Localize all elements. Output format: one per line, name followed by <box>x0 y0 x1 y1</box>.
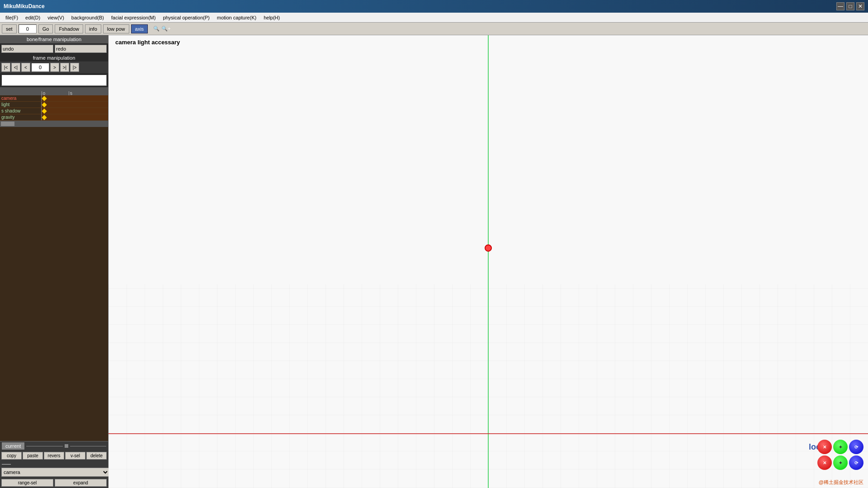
current-label: current <box>2 442 24 450</box>
frame-text-area <box>1 75 107 86</box>
nav-icon-red-2[interactable]: ✕ <box>817 455 832 470</box>
lowpow-button[interactable]: low pow <box>103 24 129 33</box>
frame-start-button[interactable]: |< <box>1 63 10 72</box>
app-title: MikuMikuDance <box>4 3 45 9</box>
nav-row-2: ✕ ✦ ⟳ <box>817 455 863 470</box>
title-bar: MikuMikuDance — □ ✕ <box>0 0 868 13</box>
menu-motion[interactable]: motion capture(K) <box>213 14 260 21</box>
track-cells-camera[interactable] <box>42 95 108 101</box>
info-button[interactable]: info <box>85 24 101 33</box>
nav-icon-red-1[interactable]: ✕ <box>817 440 832 454</box>
menu-physical[interactable]: physical operation(P) <box>159 14 213 21</box>
delete-button[interactable]: delete <box>86 452 107 460</box>
timeline-header: 0 5 <box>0 87 108 95</box>
copy-button[interactable]: copy <box>1 452 22 460</box>
frame-manip-header: frame manipulation <box>0 54 108 61</box>
menu-background[interactable]: background(B) <box>68 14 108 21</box>
menu-facial[interactable]: facial expression(M) <box>108 14 159 21</box>
maximize-button[interactable]: □ <box>846 2 854 10</box>
track-cells-light[interactable] <box>42 102 108 108</box>
keyframe-diamond-shadow <box>42 108 47 113</box>
watermark: @稀土掘金技术社区 <box>819 479 863 486</box>
fshadow-button[interactable]: Fshadow <box>55 24 83 33</box>
frame-next-button[interactable]: > <box>50 63 59 72</box>
window-controls[interactable]: — □ ✕ <box>836 2 864 10</box>
range-expand-row: range-sel expand <box>0 478 108 488</box>
main-content: bone/frame manipulation undo redo frame … <box>0 35 868 488</box>
timeline-track-light: light <box>0 102 108 108</box>
grid-canvas <box>108 35 868 488</box>
action-row: copy paste revers v-sel delete <box>0 450 108 461</box>
frame-end-button[interactable]: |> <box>70 63 79 72</box>
svg-point-3 <box>485 245 491 251</box>
left-bottom: current copy paste revers v-sel delete —… <box>0 441 108 488</box>
viewport-inner[interactable]: camera light accessary <box>108 35 868 488</box>
frame-prev-button[interactable]: < <box>21 63 30 72</box>
keyframe-diamond-gravity <box>42 115 47 120</box>
nav-icons: ✕ ✦ ⟳ ✕ ✦ ⟳ <box>817 440 863 470</box>
nav-icon-green-1[interactable]: ✦ <box>833 440 848 454</box>
separator-label: —— <box>2 461 11 466</box>
undo-button[interactable]: undo <box>1 45 53 53</box>
bone-frame-header: bone/frame manipulation <box>0 35 108 43</box>
scroll-thumb[interactable] <box>1 122 14 126</box>
revers-button[interactable]: revers <box>44 452 64 460</box>
keyframe-diamond-camera <box>42 96 47 101</box>
timeline-track-gravity: gravity <box>0 114 108 121</box>
keyframe-diamond-light <box>42 102 47 107</box>
track-label-shadow: s shadow <box>0 108 42 114</box>
range-sel-button[interactable]: range-sel <box>1 479 53 487</box>
paste-button[interactable]: paste <box>23 452 43 460</box>
frame-controls: |< <| < > >| |> <box>0 61 108 73</box>
frame-number-input[interactable] <box>19 24 37 33</box>
menu-bar: file(F) edit(D) view(V) background(B) fa… <box>0 13 868 23</box>
nav-row-1: ✕ ✦ ⟳ <box>817 440 863 454</box>
close-button[interactable]: ✕ <box>856 2 864 10</box>
menu-file[interactable]: file(F) <box>2 14 22 21</box>
timeline-track-shadow: s shadow <box>0 108 108 114</box>
minimize-button[interactable]: — <box>836 2 844 10</box>
track-cells-shadow[interactable] <box>42 108 108 114</box>
track-label-camera: camera <box>0 95 42 101</box>
nav-icon-green-2[interactable]: ✦ <box>833 455 848 470</box>
frame-value-input[interactable] <box>31 63 49 72</box>
set-button[interactable]: set <box>2 24 17 33</box>
left-panel: bone/frame manipulation undo redo frame … <box>0 35 108 488</box>
axis-button[interactable]: axis <box>131 24 148 33</box>
timeline-track-camera: camera <box>0 95 108 102</box>
track-label-light: light <box>0 102 42 108</box>
timeline-scrollbar[interactable] <box>0 121 108 127</box>
menu-help[interactable]: help(H) <box>260 14 283 21</box>
camera-select[interactable]: camera <box>1 468 109 477</box>
redo-button[interactable]: redo <box>55 45 107 53</box>
menu-view[interactable]: view(V) <box>44 14 68 21</box>
v-sel-button[interactable]: v-sel <box>65 452 85 460</box>
nav-icon-blue-1[interactable]: ⟳ <box>849 440 863 454</box>
track-label-gravity: gravity <box>0 114 42 120</box>
go-button[interactable]: Go <box>38 24 53 33</box>
nav-icon-blue-2[interactable]: ⟳ <box>849 455 863 470</box>
undo-redo-row: undo redo <box>0 43 108 54</box>
viewport[interactable]: camera light accessary <box>108 35 868 488</box>
menu-edit[interactable]: edit(D) <box>22 14 44 21</box>
current-indicator <box>65 444 68 448</box>
track-cells-gravity[interactable] <box>42 114 108 120</box>
expand-button[interactable]: expand <box>55 479 107 487</box>
frame-prev-key-button[interactable]: <| <box>11 63 20 72</box>
timeline: 0 5 camera light s shadow <box>0 87 108 441</box>
toolbar: set Go Fshadow info low pow axis 🔍 🔍+ <box>0 23 868 35</box>
frame-next-key-button[interactable]: >| <box>60 63 69 72</box>
